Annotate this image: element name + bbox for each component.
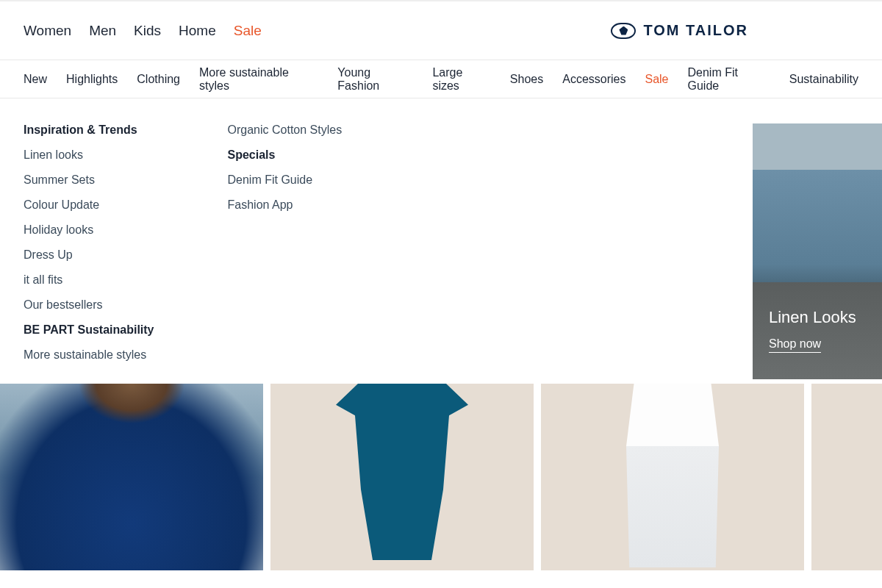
mega-col-inspiration: Inspiration & Trends Linen looks Summer …	[24, 123, 154, 362]
secnav-clothing[interactable]: Clothing	[137, 73, 180, 86]
secnav-sale[interactable]: Sale	[645, 73, 668, 86]
brand-logo-text: TOM TAILOR	[643, 22, 748, 39]
mega-link-colour-update[interactable]: Colour Update	[24, 198, 154, 212]
secnav-sustainable[interactable]: More sustainable styles	[199, 66, 318, 93]
product-image-icon	[329, 384, 476, 560]
mega-col-specials: Organic Cotton Styles Specials Denim Fit…	[228, 123, 343, 362]
product-row	[0, 384, 882, 570]
mega-link-fashion-app[interactable]: Fashion App	[228, 198, 343, 212]
mega-link-linen-looks[interactable]: Linen looks	[24, 148, 154, 162]
primary-tabs: Women Men Kids Home Sale	[24, 23, 262, 39]
mega-link-dress-up[interactable]: Dress Up	[24, 248, 154, 262]
mega-link-bestsellers[interactable]: Our bestsellers	[24, 298, 154, 312]
secnav-sustainability[interactable]: Sustainability	[789, 73, 858, 86]
primary-tab-men[interactable]: Men	[89, 23, 116, 39]
primary-tab-sale[interactable]: Sale	[234, 23, 262, 39]
secnav-large-sizes[interactable]: Large sizes	[432, 66, 490, 93]
secnav-denim-fit-guide[interactable]: Denim Fit Guide	[688, 66, 770, 93]
mega-heading-inspiration: Inspiration & Trends	[24, 123, 154, 137]
mega-link-more-sustainable[interactable]: More sustainable styles	[24, 348, 154, 362]
secnav-accessories[interactable]: Accessories	[562, 73, 625, 86]
mega-link-holiday-looks[interactable]: Holiday looks	[24, 223, 154, 237]
hero-cta[interactable]: Shop now	[769, 337, 821, 353]
product-card-1[interactable]	[0, 384, 263, 570]
secondary-nav: New Highlights Clothing More sustainable…	[0, 60, 882, 98]
product-card-4[interactable]	[811, 384, 882, 570]
primary-tab-home[interactable]: Home	[179, 23, 216, 39]
primary-nav: Women Men Kids Home Sale TOM TAILOR	[0, 1, 882, 60]
product-card-2[interactable]	[270, 384, 534, 570]
hero-promo[interactable]: Linen Looks Shop now	[753, 123, 882, 379]
primary-tab-women[interactable]: Women	[24, 23, 71, 39]
hero-title: Linen Looks	[769, 308, 882, 327]
mega-menu: Inspiration & Trends Linen looks Summer …	[0, 98, 882, 384]
mega-link-denim-fit-guide[interactable]: Denim Fit Guide	[228, 173, 343, 187]
mega-link-it-all-fits[interactable]: it all fits	[24, 273, 154, 287]
product-image-icon	[595, 384, 750, 567]
secnav-new[interactable]: New	[24, 73, 47, 86]
product-card-3[interactable]	[541, 384, 804, 570]
brand-logo-icon	[611, 23, 636, 39]
mega-heading-bepart: BE PART Sustainability	[24, 323, 154, 337]
mega-link-organic-cotton[interactable]: Organic Cotton Styles	[228, 123, 343, 137]
mega-heading-specials: Specials	[228, 148, 343, 162]
secnav-young-fashion[interactable]: Young Fashion	[337, 66, 413, 93]
mega-link-summer-sets[interactable]: Summer Sets	[24, 173, 154, 187]
brand-logo[interactable]: TOM TAILOR	[611, 22, 748, 39]
primary-tab-kids[interactable]: Kids	[134, 23, 161, 39]
secnav-shoes[interactable]: Shoes	[510, 73, 543, 86]
secnav-highlights[interactable]: Highlights	[66, 73, 118, 86]
